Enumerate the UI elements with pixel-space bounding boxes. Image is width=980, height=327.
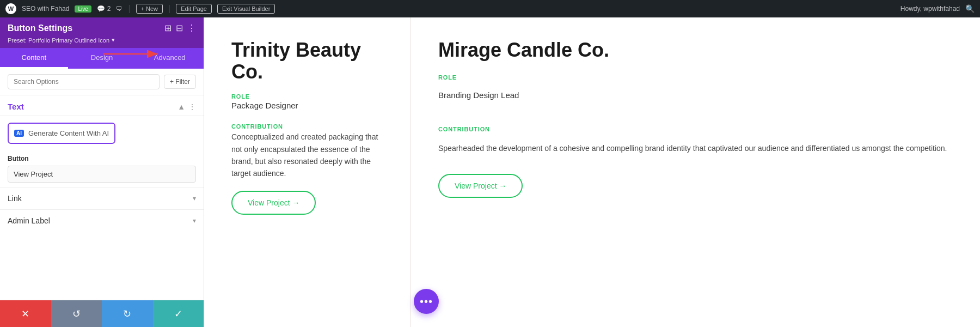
mirage-contribution-label: CONTRIBUTION [438, 126, 953, 132]
panel-header-top: Button Settings ⊞ ⊟ ⋮ [8, 23, 196, 33]
search-options-input[interactable] [8, 74, 160, 89]
panel-title: Button Settings [8, 23, 72, 33]
partial-contribution-text: Conceptualized and created packaging tha… [231, 131, 383, 180]
fab-button[interactable]: ••• [414, 289, 439, 314]
mirage-view-project-button[interactable]: View Project → [438, 174, 523, 198]
comment-icon[interactable]: 🗨 [116, 5, 122, 13]
divider2: | [168, 4, 170, 14]
admin-label-chevron-icon: ▾ [193, 217, 196, 225]
link-section-title: Link [8, 194, 22, 203]
howdy-text: Howdy, wpwithfahad [901, 5, 960, 13]
link-section: Link ▾ [0, 187, 204, 209]
text-section-title: Text [8, 102, 24, 111]
section-menu-icon[interactable]: ⋮ [188, 102, 196, 111]
panel-footer: ✕ ↺ ↻ ✓ [0, 300, 204, 327]
divider: | [128, 4, 130, 14]
button-section: Button [0, 150, 204, 187]
search-icon[interactable]: 🔍 [965, 4, 975, 13]
grid-large-icon[interactable]: ⊟ [176, 23, 183, 33]
more-options-icon[interactable]: ⋮ [187, 23, 196, 33]
main-content: Trinity Beauty Co. ROLE Package Designer… [204, 17, 980, 327]
cancel-button[interactable]: ✕ [0, 300, 51, 327]
admin-label-header[interactable]: Admin Label ▾ [0, 210, 204, 232]
grid-small-icon[interactable]: ⊞ [164, 23, 171, 33]
admin-label-section: Admin Label ▾ [0, 209, 204, 232]
undo-button[interactable]: ↺ [51, 300, 102, 327]
filter-button[interactable]: + Filter [164, 75, 196, 89]
button-section-label: Button [8, 155, 196, 162]
wp-logo-icon[interactable]: W [5, 3, 16, 14]
partial-company-name: Trinity Beauty Co. [231, 39, 383, 82]
mirage-role-label: ROLE [438, 74, 953, 81]
admin-bar-right: Howdy, wpwithfahad 🔍 [901, 4, 975, 13]
fab-dots-icon: ••• [420, 295, 433, 308]
edit-page-button[interactable]: Edit Page [176, 4, 212, 14]
tab-content[interactable]: Content [0, 48, 68, 69]
text-section-header: Text ▲ ⋮ [0, 95, 204, 116]
partial-role-value: Package Designer [231, 101, 383, 110]
red-arrow-annotation [101, 46, 166, 62]
mirage-contribution-text: Spearheaded the development of a cohesiv… [438, 142, 953, 154]
partial-role-label: ROLE [231, 93, 383, 100]
comment-count[interactable]: 💬 2 [97, 5, 111, 13]
partial-view-project-button[interactable]: View Project → [231, 191, 316, 215]
card-mirage: Mirage Candle Co. ROLE Branding Design L… [411, 17, 980, 327]
partial-card: Trinity Beauty Co. ROLE Package Designer… [204, 17, 411, 327]
link-section-header[interactable]: Link ▾ [0, 187, 204, 209]
collapse-icon[interactable]: ▲ [177, 102, 185, 111]
exit-visual-builder-button[interactable]: Exit Visual Builder [217, 4, 275, 14]
cards-container: Mirage Candle Co. ROLE Branding Design L… [411, 17, 980, 327]
admin-bar-left: W SEO with Fahad Live 💬 2 🗨 | + New | Ed… [5, 3, 894, 14]
panel-header-icons: ⊞ ⊟ ⋮ [164, 23, 196, 33]
plus-new-button[interactable]: + New [136, 4, 163, 14]
panel-search-area: + Filter [0, 69, 204, 95]
mirage-company-name: Mirage Candle Co. [438, 39, 953, 61]
link-chevron-icon: ▾ [193, 195, 196, 202]
ai-generate-label: Generate Content With AI [28, 129, 109, 137]
save-button[interactable]: ✓ [153, 300, 204, 327]
partial-contribution-label: CONTRIBUTION [231, 123, 383, 130]
panel-preset[interactable]: Preset: Portfolio Primary Outlined Icon … [8, 37, 196, 44]
panel-header: Button Settings ⊞ ⊟ ⋮ Preset: Portfolio … [0, 17, 204, 48]
panel-content: Text ▲ ⋮ AI Generate Content With AI But… [0, 95, 204, 300]
admin-bar: W SEO with Fahad Live 💬 2 🗨 | + New | Ed… [0, 0, 980, 17]
mirage-role-value: Branding Design Lead [438, 90, 953, 100]
layout: Button Settings ⊞ ⊟ ⋮ Preset: Portfolio … [0, 17, 980, 327]
button-settings-panel: Button Settings ⊞ ⊟ ⋮ Preset: Portfolio … [0, 17, 204, 327]
ai-icon: AI [14, 130, 24, 137]
redo-button[interactable]: ↻ [102, 300, 153, 327]
site-name[interactable]: SEO with Fahad [22, 5, 69, 13]
admin-label-title: Admin Label [8, 216, 50, 225]
live-badge: Live [75, 5, 91, 13]
button-text-input[interactable] [8, 166, 196, 183]
ai-generate-button[interactable]: AI Generate Content With AI [8, 123, 115, 144]
section-controls: ▲ ⋮ [177, 102, 196, 111]
